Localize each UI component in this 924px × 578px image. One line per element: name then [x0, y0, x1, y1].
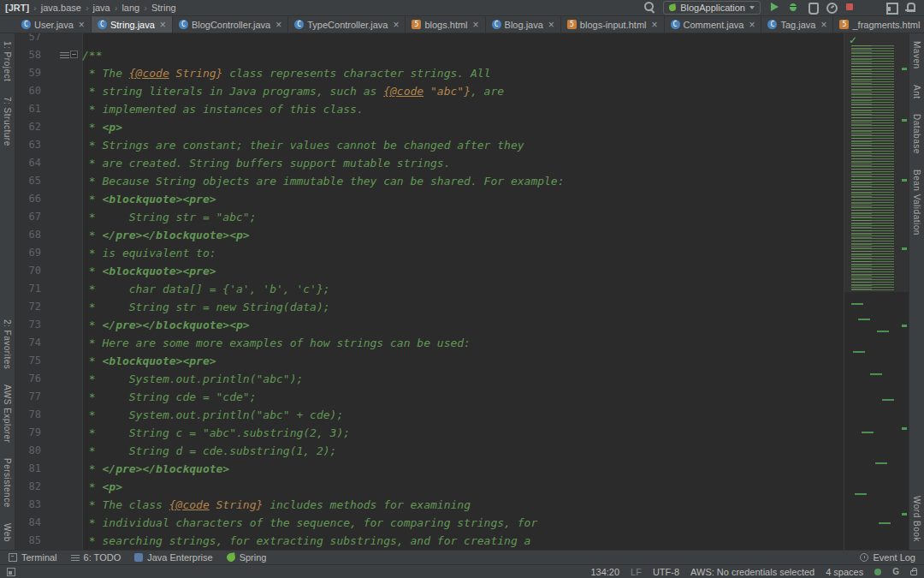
tool-window-button-6-todo[interactable]: 6: TODO	[71, 552, 121, 563]
tab-String.java[interactable]: CString.java×	[92, 16, 173, 33]
java-enterprise-icon	[134, 553, 143, 562]
line-number[interactable]: 70	[15, 262, 41, 280]
tool-window-label: 6: TODO	[84, 552, 121, 563]
breadcrumb-item[interactable]: [JRT]	[5, 3, 29, 13]
tool-windows-icon[interactable]	[884, 0, 897, 14]
grazie-icon[interactable]: G	[892, 567, 899, 576]
status-item-aws-no-credentials-selected[interactable]: AWS: No credentials selected	[690, 567, 814, 577]
line-number[interactable]: 76	[15, 370, 41, 388]
line-number[interactable]: 79	[15, 424, 41, 442]
line-number[interactable]: 71	[15, 280, 41, 298]
tab-blogs.html[interactable]: 5blogs.html×	[406, 16, 485, 33]
status-item-lf[interactable]: LF	[631, 567, 642, 577]
line-number[interactable]: 72	[15, 298, 41, 316]
tab-label: TypeController.java	[307, 20, 388, 30]
code-text: * <blockquote><pre>	[82, 190, 216, 208]
run-config-combo[interactable]: BlogApplication	[663, 1, 761, 15]
line-number[interactable]: 68	[15, 226, 41, 244]
tab-Blog.java[interactable]: CBlog.java×	[486, 16, 561, 33]
tool-window-button-terminal[interactable]: Terminal	[9, 552, 57, 563]
close-tab-icon[interactable]: ×	[652, 20, 658, 30]
close-tab-icon[interactable]: ×	[393, 20, 399, 30]
tool-window-switcher-icon[interactable]	[7, 568, 15, 576]
tool-window-button-java-enterprise[interactable]: Java Enterprise	[134, 552, 212, 563]
status-item-4-spaces[interactable]: 4 spaces	[826, 567, 863, 577]
tab-Comment.java[interactable]: CComment.java×	[665, 16, 762, 33]
breadcrumb-item[interactable]: String	[151, 3, 176, 13]
line-number[interactable]: 85	[15, 532, 41, 550]
tab-label: Blog.java	[505, 20, 543, 30]
stripe-button-web[interactable]: Web	[3, 515, 12, 550]
breadcrumb-item[interactable]: java.base	[41, 3, 81, 13]
stripe-button-aws-explorer[interactable]: AWS Explorer	[3, 377, 12, 450]
todo-icon	[71, 555, 80, 562]
line-number[interactable]: 77	[15, 388, 41, 406]
tab-User.java[interactable]: CUser.java×	[15, 16, 92, 33]
line-number[interactable]: 82	[15, 478, 41, 496]
line-number[interactable]: 75	[15, 352, 41, 370]
line-number[interactable]: 83	[15, 496, 41, 514]
line-number[interactable]: 74	[15, 334, 41, 352]
fold-region-icon[interactable]: −	[70, 51, 78, 58]
close-tab-icon[interactable]: ×	[160, 20, 166, 30]
stripe-button-ant[interactable]: Ant	[912, 77, 921, 107]
line-number[interactable]: 63	[15, 136, 41, 154]
stripe-button-1-project[interactable]: 1: Project	[3, 33, 12, 89]
debug-icon[interactable]	[786, 0, 800, 14]
tab-_fragments.html[interactable]: 5_fragments.html×	[833, 16, 924, 33]
profiler-icon[interactable]	[824, 0, 838, 14]
stripe-button-bean-validation[interactable]: Bean Validation	[912, 162, 921, 243]
line-number[interactable]: 69	[15, 244, 41, 262]
line-number[interactable]: 60	[15, 82, 41, 100]
stripe-button-database[interactable]: Database	[912, 106, 921, 162]
tool-window-buttons: Terminal6: TODOJava EnterpriseSpring	[9, 552, 266, 563]
line-number[interactable]: 66	[15, 190, 41, 208]
code-line: 67 * String str = "abc";	[15, 208, 844, 226]
stripe-button-7-structure[interactable]: 7: Structure	[3, 89, 12, 154]
stripe-button-2-favorites[interactable]: 2: Favorites	[3, 312, 12, 377]
editor[interactable]: 5758−/**59 * The {@code String} class re…	[15, 33, 909, 550]
doc-comment-gutter-icon[interactable]	[60, 52, 69, 59]
close-tab-icon[interactable]: ×	[820, 20, 826, 30]
notifications-icon[interactable]	[903, 0, 916, 14]
line-number[interactable]: 65	[15, 172, 41, 190]
line-number[interactable]: 59	[15, 64, 41, 82]
line-number[interactable]: 81	[15, 460, 41, 478]
close-tab-icon[interactable]: ×	[749, 20, 755, 30]
code-area[interactable]: 5758−/**59 * The {@code String} class re…	[15, 33, 844, 550]
close-tab-icon[interactable]: ×	[473, 20, 479, 30]
tab-Tag.java[interactable]: CTag.java×	[761, 16, 833, 33]
breadcrumb-item[interactable]: lang	[121, 3, 139, 13]
line-number[interactable]: 80	[15, 442, 41, 460]
tab-blogs-input.html[interactable]: 5blogs-input.html×	[561, 16, 665, 33]
stop-icon[interactable]	[843, 0, 856, 14]
status-item-134-20[interactable]: 134:20	[590, 567, 619, 577]
line-number[interactable]: 57	[15, 33, 41, 46]
close-tab-icon[interactable]: ×	[79, 20, 85, 30]
line-number[interactable]: 62	[15, 118, 41, 136]
lock-icon[interactable]	[910, 570, 917, 575]
run-icon[interactable]	[767, 0, 781, 14]
line-number[interactable]: 84	[15, 514, 41, 532]
breadcrumb-item[interactable]: java	[93, 3, 110, 13]
tool-window-button-spring[interactable]: Spring	[227, 552, 267, 563]
line-number[interactable]: 64	[15, 154, 41, 172]
search-everywhere-icon[interactable]	[643, 0, 656, 14]
run-with-coverage-icon[interactable]	[805, 0, 819, 14]
event-log-button[interactable]: Event Log	[860, 552, 915, 563]
line-number[interactable]: 67	[15, 208, 41, 226]
stripe-button-maven[interactable]: Maven	[912, 33, 921, 77]
status-item-utf-8[interactable]: UTF-8	[653, 567, 679, 577]
line-number[interactable]: 61	[15, 100, 41, 118]
tab-TypeController.java[interactable]: CTypeController.java×	[288, 16, 406, 33]
status-green-icon[interactable]	[874, 569, 881, 575]
close-tab-icon[interactable]: ×	[548, 20, 554, 30]
line-number[interactable]: 78	[15, 406, 41, 424]
tab-BlogController.java[interactable]: CBlogController.java×	[173, 16, 288, 33]
stripe-button-word-book[interactable]: Word Book	[912, 488, 921, 550]
minimap[interactable]: ✓	[844, 33, 909, 550]
stripe-button-persistence[interactable]: Persistence	[3, 450, 12, 515]
line-number[interactable]: 58	[15, 46, 41, 64]
line-number[interactable]: 73	[15, 316, 41, 334]
close-tab-icon[interactable]: ×	[275, 20, 281, 30]
